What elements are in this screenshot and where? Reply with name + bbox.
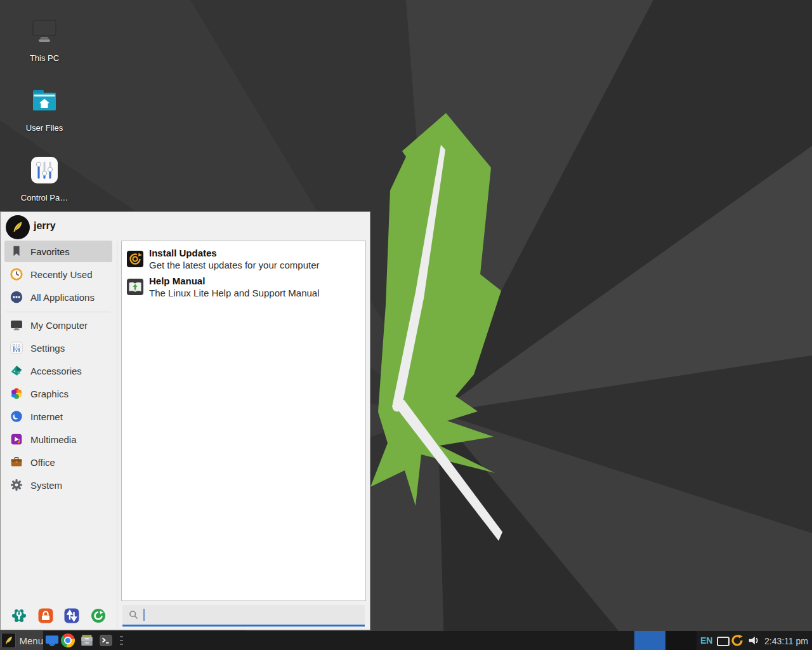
terminal-launcher[interactable] <box>99 633 113 647</box>
quit-button[interactable] <box>90 607 107 624</box>
search-input[interactable] <box>145 604 365 625</box>
sidebar-item-recently-used[interactable]: Recently Used <box>4 263 112 285</box>
gear-icon <box>10 478 23 492</box>
keyboard-layout-indicator[interactable]: EN <box>700 635 712 646</box>
sidebar-item-system[interactable]: System <box>4 474 112 496</box>
show-desktop-button[interactable] <box>45 633 59 647</box>
linux-lite-feather-icon <box>1 633 16 648</box>
sidebar-item-label: Accessories <box>30 366 82 376</box>
manual-book-icon <box>126 278 144 296</box>
chrome-launcher[interactable] <box>61 633 75 647</box>
notification-display-icon[interactable] <box>717 637 730 646</box>
workspace-2[interactable] <box>665 631 697 650</box>
app-item-install-updates[interactable]: Install Updates Get the latest updates f… <box>125 245 362 273</box>
sidebar-item-label: Recently Used <box>30 269 93 280</box>
file-cabinet-icon <box>81 635 92 646</box>
desktop-icon-label: This PC <box>17 53 72 63</box>
app-item-subtitle: Get the latest updates for your computer <box>149 259 319 271</box>
sidebar-item-label: System <box>30 480 62 491</box>
volume-icon[interactable] <box>747 634 760 647</box>
menu-sidebar: Favorites Recently Used All Applications <box>1 241 117 630</box>
utility-knife-icon <box>10 364 23 378</box>
sidebar-item-settings[interactable]: Settings <box>4 337 112 359</box>
sidebar-item-label: Internet <box>30 411 63 422</box>
lock-screen-button[interactable] <box>37 607 54 624</box>
desktop-icon-label: User Files <box>17 123 72 133</box>
sliders-icon <box>10 341 23 355</box>
desktop-icon-label: Control Pa… <box>17 193 72 202</box>
sidebar-item-graphics[interactable]: Graphics <box>4 383 112 404</box>
control-panel-icon <box>29 155 60 185</box>
globe-icon <box>10 409 23 423</box>
panel-separator-handle[interactable] <box>120 636 124 645</box>
sidebar-item-label: Office <box>30 457 55 468</box>
bookmark-icon <box>10 244 23 258</box>
sidebar-item-favorites[interactable]: Favorites <box>4 241 112 262</box>
sidebar-item-office[interactable]: Office <box>4 451 112 473</box>
switch-user-button[interactable] <box>63 607 80 624</box>
clock[interactable]: 2:43:11 pm <box>763 636 808 646</box>
clock-icon <box>10 267 23 281</box>
sidebar-item-label: Graphics <box>30 388 69 399</box>
sidebar-item-label: My Computer <box>30 320 88 331</box>
taskbar: Menu <box>0 631 812 650</box>
menu-button-label: Menu <box>19 635 43 646</box>
sidebar-item-internet[interactable]: Internet <box>4 406 112 427</box>
sidebar-item-accessories[interactable]: Accessories <box>4 360 112 381</box>
desktop-icon <box>46 635 58 646</box>
desktop-screen: This PC User Files Control Pa… <box>0 0 812 650</box>
computer-icon <box>29 15 60 46</box>
app-item-help-manual[interactable]: Help Manual The Linux Lite Help and Supp… <box>125 273 362 301</box>
desktop-icon-control-panel[interactable]: Control Pa… <box>17 155 72 202</box>
sidebar-item-label: Favorites <box>30 246 70 257</box>
app-item-title: Install Updates <box>149 247 319 259</box>
briefcase-icon <box>10 455 23 469</box>
computer-icon <box>10 318 23 332</box>
linux-lite-feather-icon <box>10 220 25 235</box>
username: jerry <box>34 220 56 232</box>
terminal-icon <box>100 635 112 646</box>
whisker-menu: jerry Favorites Recently Used <box>0 211 370 630</box>
desktop-icon-user-files[interactable]: User Files <box>17 85 72 133</box>
sidebar-item-label: Settings <box>30 343 65 354</box>
file-manager-launcher[interactable] <box>80 633 94 647</box>
apps-grid-icon <box>10 290 23 304</box>
sidebar-item-label: All Applications <box>30 292 95 303</box>
desktop-icon-this-pc[interactable]: This PC <box>17 15 72 63</box>
search-icon <box>128 609 139 620</box>
menu-action-row <box>1 604 117 628</box>
settings-manager-button[interactable] <box>11 607 27 624</box>
sidebar-item-label: Multimedia <box>30 434 77 445</box>
app-item-subtitle: The Linux Lite Help and Support Manual <box>149 287 320 299</box>
workspace-1-active[interactable] <box>634 631 665 650</box>
sidebar-item-all-applications[interactable]: All Applications <box>4 286 112 308</box>
sidebar-item-multimedia[interactable]: Multimedia <box>4 428 112 450</box>
updates-icon <box>126 250 144 268</box>
app-item-title: Help Manual <box>149 275 320 287</box>
color-wheel-icon <box>10 387 23 401</box>
sidebar-item-my-computer[interactable]: My Computer <box>4 314 112 336</box>
update-notifier-icon[interactable] <box>730 633 744 647</box>
home-folder-icon <box>29 85 60 116</box>
sidebar-separator <box>6 312 110 312</box>
menu-search <box>122 605 365 627</box>
menu-button[interactable]: Menu <box>0 631 43 650</box>
media-icon <box>10 432 23 446</box>
menu-app-list: Install Updates Get the latest updates f… <box>121 241 366 601</box>
user-avatar[interactable] <box>6 215 30 239</box>
